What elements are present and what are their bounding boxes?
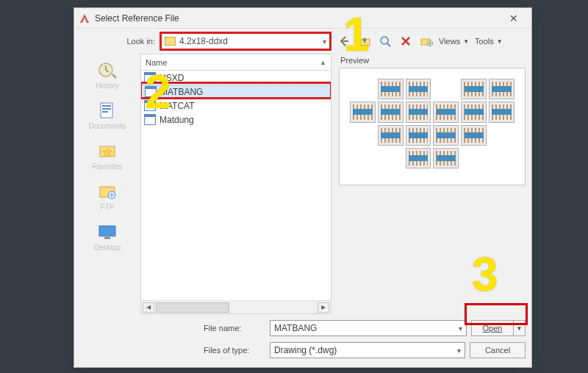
tools-menu[interactable]: Tools ▼ bbox=[475, 37, 503, 46]
lookin-combo[interactable]: 4.2x18-ddxd ▾ bbox=[161, 33, 330, 49]
preview-pane: Preview bbox=[339, 54, 526, 314]
places-bar: History Documents Favorites FTP bbox=[74, 54, 140, 367]
place-label: Documents bbox=[89, 122, 126, 130]
search-web-button[interactable] bbox=[379, 35, 392, 48]
column-header-name: Name bbox=[146, 58, 320, 67]
bottom-form: File name: MATBANG ▾ Open ▼ Files of typ… bbox=[140, 314, 531, 367]
place-desktop[interactable]: Desktop bbox=[74, 221, 140, 252]
up-folder-button[interactable] bbox=[358, 35, 371, 48]
file-row-selected[interactable]: MATBANG bbox=[141, 85, 331, 99]
svg-rect-7 bbox=[102, 108, 111, 110]
file-list-inner: HSXD MATBANG MATCAT bbox=[141, 71, 331, 300]
file-name: HSXD bbox=[159, 73, 184, 83]
dwg-file-icon bbox=[144, 72, 156, 83]
filetype-label: Files of type: bbox=[140, 346, 270, 355]
scroll-right-button[interactable]: ▶ bbox=[318, 302, 329, 313]
delete-button[interactable] bbox=[399, 35, 412, 48]
file-row[interactable]: HSXD bbox=[141, 71, 331, 85]
filetype-value: Drawing (*.dwg) bbox=[274, 345, 337, 355]
dwg-file-icon bbox=[144, 100, 156, 111]
file-row[interactable]: MATCAT bbox=[141, 99, 331, 113]
chevron-down-icon: ▼ bbox=[463, 38, 469, 45]
history-icon bbox=[96, 60, 119, 80]
autocad-icon bbox=[79, 13, 90, 24]
place-label: History bbox=[96, 82, 118, 90]
new-folder-button[interactable] bbox=[420, 35, 433, 48]
file-name: MATBANG bbox=[160, 87, 203, 97]
close-button[interactable]: ✕ bbox=[501, 13, 527, 24]
file-list[interactable]: HSXD MATBANG MATCAT bbox=[140, 70, 331, 314]
filename-input[interactable]: MATBANG ▾ bbox=[270, 320, 467, 336]
scroll-left-button[interactable]: ◀ bbox=[143, 302, 154, 313]
sort-indicator-icon: ▲ bbox=[320, 59, 326, 66]
favorites-icon bbox=[96, 141, 119, 161]
place-documents[interactable]: Documents bbox=[74, 100, 140, 130]
chevron-down-icon: ▾ bbox=[459, 324, 462, 333]
folder-icon bbox=[165, 37, 176, 46]
preview-label: Preview bbox=[339, 54, 526, 68]
svg-point-1 bbox=[381, 37, 388, 44]
chevron-down-icon: ▾ bbox=[457, 347, 461, 355]
place-label: Favorites bbox=[92, 163, 122, 171]
dwg-file-icon bbox=[145, 86, 157, 97]
file-row[interactable]: Matdung bbox=[141, 113, 331, 127]
place-favorites[interactable]: Favorites bbox=[74, 141, 140, 171]
cancel-button[interactable]: Cancel bbox=[470, 342, 526, 358]
documents-icon bbox=[96, 100, 119, 121]
toolbar-icons bbox=[337, 35, 433, 48]
desktop-icon bbox=[96, 221, 119, 242]
file-list-pane: Name ▲ HSXD MATBANG bbox=[140, 54, 331, 314]
filename-value: MATBANG bbox=[274, 323, 317, 333]
place-label: Desktop bbox=[94, 244, 121, 252]
titlebar: Select Reference File ✕ bbox=[74, 8, 531, 29]
place-history[interactable]: History bbox=[74, 60, 140, 90]
dwg-file-icon bbox=[144, 114, 156, 125]
ftp-icon bbox=[96, 181, 119, 202]
dialog-title: Select Reference File bbox=[95, 13, 179, 24]
filename-label: File name: bbox=[140, 324, 270, 333]
lookin-value: 4.2x18-ddxd bbox=[179, 36, 228, 46]
file-name: Matdung bbox=[159, 115, 194, 125]
place-ftp[interactable]: FTP bbox=[74, 181, 140, 211]
file-name: MATCAT bbox=[159, 101, 195, 111]
select-reference-file-dialog: Select Reference File ✕ Look in: 4.2x18-… bbox=[74, 7, 532, 368]
svg-rect-12 bbox=[99, 226, 115, 236]
back-button[interactable] bbox=[337, 35, 351, 48]
views-menu[interactable]: Views ▼ bbox=[439, 37, 469, 46]
svg-rect-13 bbox=[104, 237, 110, 239]
open-button[interactable]: Open bbox=[471, 320, 514, 336]
chevron-down-icon: ▼ bbox=[497, 38, 503, 45]
preview-thumbnail bbox=[339, 68, 526, 185]
file-list-header[interactable]: Name ▲ bbox=[140, 54, 331, 70]
open-dropdown-button[interactable]: ▼ bbox=[514, 320, 526, 336]
chevron-down-icon: ▾ bbox=[323, 38, 326, 46]
lookin-row: Look in: 4.2x18-ddxd ▾ Views bbox=[74, 29, 531, 54]
svg-rect-6 bbox=[102, 105, 111, 107]
horizontal-scrollbar[interactable]: ◀ ▶ bbox=[141, 300, 331, 313]
scroll-thumb[interactable] bbox=[156, 302, 229, 313]
lookin-label: Look in: bbox=[74, 37, 161, 46]
place-label: FTP bbox=[101, 203, 115, 211]
svg-rect-8 bbox=[102, 111, 108, 113]
filetype-combo[interactable]: Drawing (*.dwg) ▾ bbox=[270, 342, 465, 358]
